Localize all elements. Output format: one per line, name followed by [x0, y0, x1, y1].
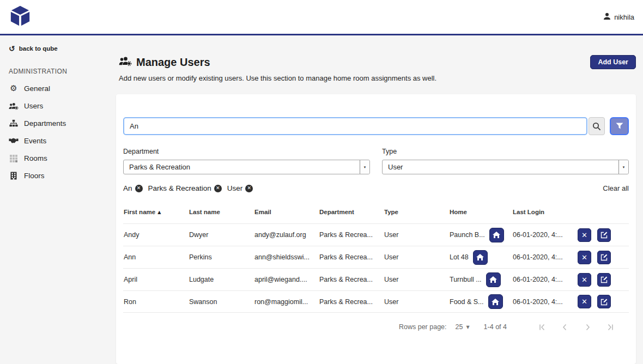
- x-icon: ✕: [581, 232, 587, 239]
- home-room-button[interactable]: [488, 294, 503, 309]
- column-header-department[interactable]: Department: [319, 209, 384, 215]
- edit-user-button[interactable]: [597, 251, 611, 264]
- cell-actions: ✕: [578, 251, 629, 264]
- cell-home: Paunch B...: [450, 228, 513, 242]
- app-logo-cube-icon[interactable]: [9, 4, 32, 29]
- chip-close-icon[interactable]: ✕: [135, 185, 143, 192]
- cell-email: andy@zulauf.org: [254, 231, 319, 239]
- back-link-label: back to qube: [19, 45, 58, 52]
- cell-email: april@wiegand....: [254, 276, 319, 283]
- cell-last-name: Swanson: [189, 298, 254, 306]
- sidebar-item-rooms[interactable]: Rooms: [9, 154, 112, 162]
- home-room-button[interactable]: [486, 272, 501, 287]
- home-icon: [493, 232, 500, 238]
- sidebar-item-events[interactable]: Events: [9, 137, 112, 145]
- cell-first-name: Andy: [124, 231, 189, 239]
- handshake-icon: [9, 137, 19, 144]
- x-icon: ✕: [581, 254, 587, 261]
- edit-user-button[interactable]: [597, 273, 611, 287]
- page-title: Manage Users: [136, 56, 210, 69]
- sidebar-item-departments[interactable]: Departments: [9, 119, 112, 128]
- manage-users-icon: [119, 56, 132, 69]
- delete-user-button[interactable]: ✕: [578, 273, 591, 287]
- edit-icon: [600, 253, 608, 261]
- delete-user-button[interactable]: ✕: [578, 228, 591, 242]
- add-user-button[interactable]: Add User: [590, 55, 636, 69]
- type-select[interactable]: User ▾: [382, 160, 629, 174]
- user-menu[interactable]: nikhila: [603, 13, 634, 22]
- filter-chip-search: An ✕: [123, 184, 143, 192]
- cell-department: Parks & Recrea...: [319, 231, 384, 239]
- back-to-qube-link[interactable]: ↺ back to qube: [9, 45, 112, 52]
- edit-user-button[interactable]: [597, 228, 611, 242]
- table-header-row: First name ▲ Last name Email Department …: [123, 209, 629, 223]
- sidebar-item-users[interactable]: Users: [9, 102, 112, 110]
- previous-page-button[interactable]: [558, 320, 571, 333]
- search-input[interactable]: [123, 117, 587, 135]
- department-select[interactable]: Parks & Recreation ▾: [123, 160, 370, 174]
- x-icon: ✕: [581, 276, 587, 283]
- home-icon: [492, 299, 499, 305]
- sidebar-item-label: Rooms: [24, 154, 47, 162]
- delete-user-button[interactable]: ✕: [578, 295, 591, 308]
- sidebar-item-label: Floors: [24, 172, 45, 180]
- column-header-last-name[interactable]: Last name: [189, 209, 254, 215]
- sidebar-item-floors[interactable]: Floors: [9, 172, 112, 180]
- filter-button[interactable]: [610, 117, 629, 135]
- home-room-button[interactable]: [489, 228, 504, 242]
- clear-all-link[interactable]: Clear all: [603, 184, 629, 192]
- column-header-last-login[interactable]: Last Login: [513, 209, 578, 215]
- last-page-button[interactable]: [604, 320, 617, 333]
- cell-first-name: Ann: [124, 253, 189, 261]
- column-header-first-name[interactable]: First name ▲: [124, 209, 189, 215]
- first-page-button[interactable]: [535, 320, 548, 333]
- cell-type: User: [384, 253, 450, 261]
- chip-close-icon[interactable]: ✕: [245, 185, 253, 192]
- cell-home: Turnbull ...: [450, 272, 513, 287]
- chevron-down-icon: ▾: [618, 160, 628, 174]
- cell-first-name: April: [124, 276, 189, 283]
- column-header-home[interactable]: Home: [450, 209, 513, 215]
- cell-actions: ✕: [578, 228, 629, 242]
- users-table: First name ▲ Last name Email Department …: [123, 209, 629, 313]
- home-room-button[interactable]: [473, 250, 488, 265]
- cell-actions: ✕: [578, 295, 629, 308]
- sidebar-item-label: Departments: [24, 119, 66, 128]
- edit-icon: [600, 276, 608, 283]
- chip-label: Parks & Recreation: [148, 184, 211, 192]
- funnel-icon: [616, 123, 623, 130]
- filter-chip-type: User ✕: [227, 184, 253, 192]
- sidebar: ↺ back to qube ADMINISTRATION ⚙ General: [0, 35, 116, 364]
- cell-last-name: Dwyer: [189, 231, 254, 239]
- edit-user-button[interactable]: [597, 295, 611, 308]
- table-row: Ann Perkins ann@shieldsswi... Parks & Re…: [123, 246, 629, 268]
- cell-department: Parks & Recrea...: [319, 298, 384, 306]
- users-icon: [9, 102, 19, 110]
- search-button[interactable]: [589, 117, 605, 135]
- user-name: nikhila: [614, 13, 634, 21]
- person-icon: [603, 13, 611, 22]
- cell-actions: ✕: [578, 273, 629, 287]
- topbar: nikhila: [0, 0, 643, 34]
- cell-email: ann@shieldsswi...: [254, 253, 319, 261]
- cell-type: User: [384, 276, 450, 283]
- back-rotate-icon: ↺: [9, 45, 15, 52]
- cell-department: Parks & Recrea...: [319, 276, 384, 283]
- column-header-type[interactable]: Type: [384, 209, 450, 215]
- home-icon: [476, 254, 484, 260]
- edit-icon: [600, 298, 608, 306]
- cell-last-login: 06-01-2020, 4:...: [513, 253, 578, 261]
- sitemap-icon: [9, 119, 19, 128]
- building-icon: [9, 172, 19, 180]
- column-header-email[interactable]: Email: [254, 209, 319, 215]
- cell-home: Lot 48: [450, 250, 513, 265]
- chevron-left-icon: [561, 323, 569, 331]
- chip-close-icon[interactable]: ✕: [214, 185, 222, 192]
- cell-last-login: 06-01-2020, 4:...: [513, 298, 578, 306]
- cell-home: Food & S...: [450, 294, 513, 309]
- next-page-button[interactable]: [581, 320, 594, 333]
- administration-section-label: ADMINISTRATION: [9, 68, 112, 75]
- sidebar-item-general[interactable]: ⚙ General: [9, 84, 112, 93]
- rows-per-page-select[interactable]: 25 ▼: [456, 323, 470, 331]
- delete-user-button[interactable]: ✕: [578, 251, 591, 264]
